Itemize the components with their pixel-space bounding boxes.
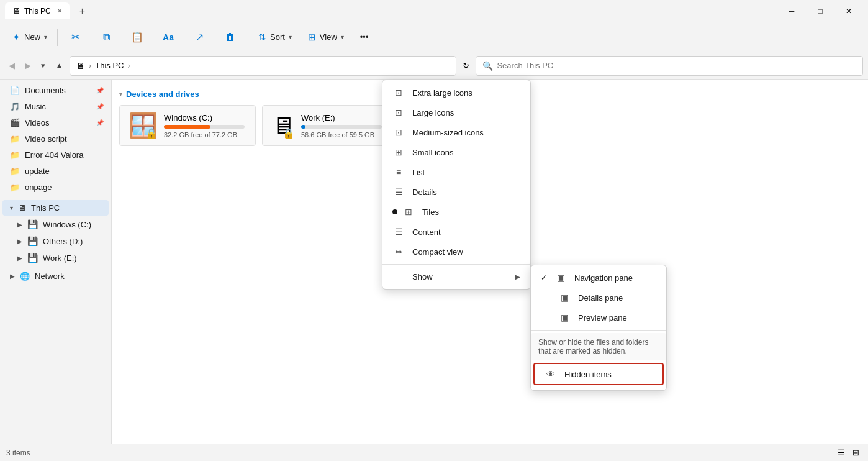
large-label: Large icons [412, 108, 454, 117]
new-button[interactable]: ✦ New ▾ [5, 28, 55, 47]
drive-bar-bg-c [164, 125, 245, 129]
expand-arrow-work: ▶ [17, 255, 22, 262]
delete-button[interactable]: 🗑 [215, 25, 245, 50]
sidebar-item-this-pc[interactable]: ▾ 🖥 This PC [2, 200, 109, 216]
drive-info-c: Windows (C:) 32.2 GB free of 77.2 GB [164, 113, 246, 139]
drive-bar-c [164, 125, 210, 129]
search-icon: 🔍 [482, 61, 493, 71]
music-label: Music [25, 102, 46, 111]
details-view-button[interactable]: ☰ [835, 445, 848, 460]
cut-button[interactable]: ✂ [60, 25, 90, 50]
tab-this-pc[interactable]: 🖥 This PC ✕ [5, 2, 70, 19]
sidebar-item-documents[interactable]: 📄 Documents 📌 [2, 83, 109, 98]
hidden-items-icon: 👁 [545, 369, 557, 379]
show-submenu: ✓ ▣ Navigation pane ▣ Details pane ▣ Pre… [530, 265, 667, 391]
sidebar-item-error-404[interactable]: 📁 Error 404 Valora [2, 147, 109, 163]
tiles-bullet [392, 209, 397, 214]
submenu-item-preview-pane[interactable]: ▣ Preview pane [531, 308, 666, 327]
address-path[interactable]: 🖥 › This PC › [70, 56, 457, 76]
copy-button[interactable]: ⧉ [91, 25, 121, 50]
medium-label: Medium-sized icons [412, 128, 484, 137]
status-bar: 3 items ☰ ⊞ [0, 444, 868, 461]
refresh-button[interactable]: ↻ [459, 57, 473, 74]
drive-lock-icon: 🔒 [283, 127, 295, 139]
section-title-devices: Devices and drives [126, 89, 199, 99]
tiles-icon: ⊞ [402, 207, 415, 217]
music-icon: 🎵 [10, 102, 20, 111]
sort-label: Sort [270, 32, 285, 42]
rename-button[interactable]: Aa [153, 25, 183, 50]
work-e-icon: 💾 [27, 253, 38, 263]
sidebar-item-windows-c[interactable]: ▶ 💾 Windows (C:) [12, 216, 109, 232]
sort-button[interactable]: ⇅ Sort ▾ [251, 28, 299, 47]
forward-button[interactable]: ▶ [21, 57, 35, 74]
menu-item-details[interactable]: ☰ Details [382, 182, 530, 202]
sidebar-item-video-script[interactable]: 📁 Video script [2, 131, 109, 147]
menu-item-tiles[interactable]: ⊞ Tiles [382, 202, 530, 222]
menu-item-medium[interactable]: ⊡ Medium-sized icons [382, 122, 530, 142]
network-expand-icon: ▶ [10, 273, 15, 280]
devices-collapse-icon[interactable]: ▾ [119, 91, 122, 98]
sidebar-item-onpage[interactable]: 📁 onpage [2, 180, 109, 195]
menu-item-compact[interactable]: ⇔ Compact view [382, 242, 530, 262]
sidebar-item-network[interactable]: ▶ 🌐 Network [2, 268, 109, 284]
search-input[interactable] [497, 61, 856, 70]
hidden-items-tooltip: Show or hide the files and folders that … [531, 333, 666, 360]
sidebar-item-others-d[interactable]: ▶ 💾 Others (D:) [12, 233, 109, 249]
close-button[interactable]: ✕ [834, 0, 863, 22]
tab-title: This PC [24, 7, 51, 16]
menu-item-large[interactable]: ⊡ Large icons [382, 103, 530, 122]
tab-monitor-icon: 🖥 [12, 6, 20, 16]
toolbar-separator-2 [248, 29, 248, 46]
item-count: 3 items [6, 449, 30, 457]
submenu-item-details-pane[interactable]: ▣ Details pane [531, 288, 666, 308]
maximize-button[interactable]: □ [806, 0, 834, 22]
video-script-icon: 📁 [10, 134, 20, 144]
drive-work-e[interactable]: 🖥 🔒 Work (E:) 56.6 GB free of 59.5 GB [262, 105, 399, 146]
search-box[interactable]: 🔍 [476, 56, 863, 76]
submenu-separator [531, 330, 666, 331]
details-label: Details [412, 188, 437, 197]
status-right: ☰ ⊞ [835, 445, 862, 460]
list-icon: ≡ [392, 167, 405, 177]
sidebar-item-videos[interactable]: 🎬 Videos 📌 [2, 115, 109, 130]
paste-icon: 📋 [131, 31, 143, 43]
menu-item-small[interactable]: ⊞ Small icons [382, 142, 530, 162]
history-button[interactable]: ▾ [37, 57, 49, 74]
sidebar-item-music[interactable]: 🎵 Music 📌 [2, 99, 109, 114]
menu-item-content[interactable]: ☰ Content [382, 222, 530, 242]
menu-item-extra-large[interactable]: ⊡ Extra large icons [382, 83, 530, 103]
drive-size-c: 32.2 GB free of 77.2 GB [164, 131, 246, 139]
others-d-icon: 💾 [27, 236, 38, 246]
more-icon: ••• [360, 32, 369, 42]
up-button[interactable]: ▲ [52, 57, 67, 74]
others-d-label: Others (D:) [43, 237, 83, 246]
menu-item-list[interactable]: ≡ List [382, 162, 530, 182]
path-end-separator: › [127, 61, 130, 70]
paste-button[interactable]: 📋 [122, 25, 152, 50]
extra-large-icon: ⊡ [392, 88, 405, 98]
new-tab-button[interactable]: + [75, 3, 90, 19]
onpage-label: onpage [25, 183, 52, 192]
update-label: update [25, 167, 50, 176]
windows-c-icon: 💾 [27, 219, 38, 229]
video-script-label: Video script [25, 134, 67, 144]
submenu-item-hidden-items[interactable]: 👁 Hidden items [533, 363, 664, 385]
submenu-item-nav-pane[interactable]: ✓ ▣ Navigation pane [531, 268, 666, 288]
back-button[interactable]: ◀ [5, 57, 19, 74]
drive-name-e: Work (E:) [301, 113, 389, 122]
tab-close-button[interactable]: ✕ [57, 7, 62, 14]
small-icon: ⊞ [392, 147, 405, 157]
view-button[interactable]: ⊞ View ▾ [301, 28, 351, 47]
drive-windows-c[interactable]: 🪟 🔒 Windows (C:) 32.2 GB free of 77.2 GB [119, 105, 256, 146]
menu-item-show[interactable]: Show ▶ ✓ ▣ Navigation pane ▣ Details pan… [382, 267, 530, 286]
drive-icon-c: 🔒 [145, 127, 158, 139]
windows-c-label: Windows (C:) [43, 220, 91, 229]
minimize-button[interactable]: ─ [777, 0, 806, 22]
sidebar-item-work-e[interactable]: ▶ 💾 Work (E:) [12, 250, 109, 266]
share-button[interactable]: ↗ [184, 25, 214, 50]
tiles-view-button[interactable]: ⊞ [850, 445, 862, 460]
tiles-label: Tiles [422, 208, 439, 217]
sidebar-item-update[interactable]: 📁 update [2, 163, 109, 179]
more-button[interactable]: ••• [353, 29, 376, 45]
